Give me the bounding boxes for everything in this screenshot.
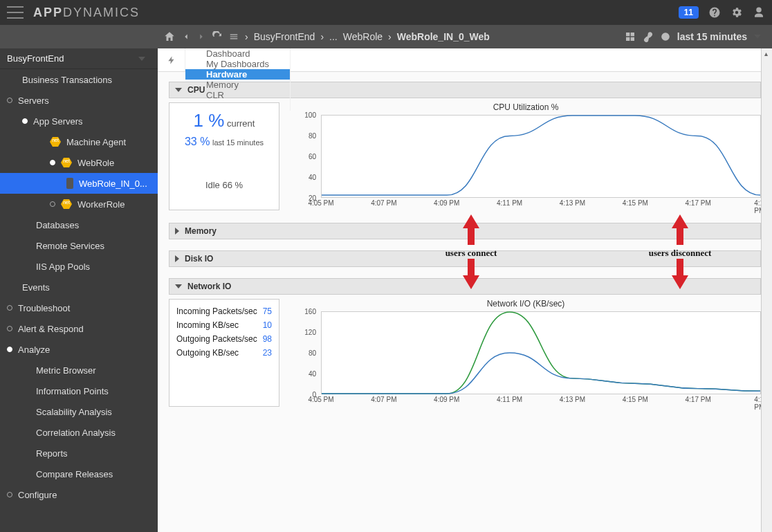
sidebar-item-configure[interactable]: Configure	[0, 484, 158, 505]
list-icon[interactable]	[228, 32, 239, 42]
link-icon[interactable]	[643, 31, 654, 42]
app-selector[interactable]: BusyFrontEnd	[0, 48, 158, 69]
crumb-current: WebRole_IN_0_Web	[397, 31, 490, 42]
tab-dashboard[interactable]: Dashboard	[185, 48, 291, 59]
x-tick: 4:09 PM	[434, 199, 459, 207]
cpu-stat-box: 1 % current 33 % last 15 minutes Idle 66…	[169, 102, 279, 210]
gear-icon[interactable]	[730, 6, 743, 19]
sidebar-item-databases[interactable]: Databases	[0, 214, 158, 235]
crumb-ellipsis[interactable]: ...	[329, 31, 338, 42]
x-tick: 4:07 PM	[371, 396, 396, 403]
sidebar-item-correlation-analysis[interactable]: Correlation Analysis	[0, 422, 158, 443]
sidebar-item-scalability-analysis[interactable]: Scalability Analysis	[0, 401, 158, 422]
sidebar-item-events[interactable]: Events	[0, 277, 158, 297]
brand-light: DYNAMICS	[63, 6, 140, 19]
tab-bar: DashboardMy DashboardsHardwareMemoryCLR>…	[158, 48, 772, 72]
chart-series	[322, 312, 760, 394]
cpu-period-value: 33 %	[185, 136, 210, 147]
x-tick: 4:11 PM	[497, 396, 522, 403]
sidebar-item-app-servers[interactable]: App Servers	[0, 111, 158, 131]
cpu-idle: Idle 66 %	[176, 180, 272, 190]
sidebar-item-troubleshoot[interactable]: Troubleshoot	[0, 297, 158, 318]
sidebar-item-webrole[interactable]: WebRole	[0, 152, 158, 173]
sidebar-item-machine-agent[interactable]: Machine Agent	[0, 131, 158, 152]
bullet-icon	[7, 492, 12, 497]
chevron-down-icon	[138, 57, 145, 61]
bullet-icon	[7, 98, 12, 103]
expand-icon	[175, 255, 179, 262]
crumb-app[interactable]: BusyFrontEnd	[254, 31, 315, 42]
x-tick: 4:05 PM	[308, 396, 333, 403]
y-tick: 60	[309, 153, 316, 160]
sidebar-item-workerrole[interactable]: WorkerRole	[0, 194, 158, 214]
sidebar-item-business-transactions[interactable]: Business Transactions	[0, 69, 158, 90]
notification-badge[interactable]: 11	[679, 6, 699, 19]
user-icon[interactable]	[753, 6, 765, 19]
grid-icon[interactable]	[625, 31, 636, 42]
network-stat-row: Incoming KB/sec10	[176, 320, 272, 330]
sidebar-item-alert-respond[interactable]: Alert & Respond	[0, 318, 158, 339]
sidebar-item-label: WebRole	[77, 158, 114, 168]
home-icon[interactable]	[163, 30, 176, 43]
y-tick: 40	[309, 370, 316, 378]
y-tick: 120	[304, 329, 316, 336]
time-range-picker[interactable]: last 15 minutes	[677, 31, 747, 42]
bolt-icon[interactable]	[158, 48, 185, 71]
sidebar-item-iis-app-pools[interactable]: IIS App Pools	[0, 256, 158, 277]
nav-back-icon[interactable]	[181, 32, 191, 42]
nav-forward-icon[interactable]	[196, 32, 206, 42]
chevron-down-icon[interactable]	[754, 35, 761, 39]
stat-key: Incoming KB/sec	[176, 320, 239, 330]
sidebar-item-remote-services[interactable]: Remote Services	[0, 235, 158, 256]
tab-hardware[interactable]: Hardware	[185, 69, 291, 80]
dotnet-icon	[61, 199, 72, 210]
collapse-icon	[175, 284, 182, 288]
y-tick: 80	[309, 349, 316, 357]
sidebar-item-servers[interactable]: Servers	[0, 90, 158, 111]
sidebar-item-compare-releases[interactable]: Compare Releases	[0, 464, 158, 484]
sidebar-item-label: Events	[22, 282, 50, 293]
chart-title: Network I/O (KB/sec)	[291, 299, 761, 309]
x-tick: 4:15 PM	[623, 396, 648, 403]
sidebar: BusyFrontEnd Business TransactionsServer…	[0, 48, 158, 532]
dotnet-icon	[50, 136, 61, 147]
stat-value: 98	[263, 334, 272, 344]
scrollbar[interactable]: ▴	[761, 48, 772, 532]
sidebar-item-label: Metric Browser	[36, 365, 96, 376]
sidebar-item-webrole-in-0-[interactable]: WebRole_IN_0...	[0, 173, 158, 194]
sidebar-item-label: Compare Releases	[36, 469, 113, 479]
tab-my-dashboards[interactable]: My Dashboards	[185, 59, 291, 69]
bullet-icon	[7, 347, 12, 352]
sidebar-item-reports[interactable]: Reports	[0, 443, 158, 464]
sidebar-item-label: Machine Agent	[66, 137, 126, 147]
y-tick: 100	[304, 111, 316, 119]
x-tick: 4:11 PM	[497, 199, 522, 207]
x-tick: 4:17 PM	[686, 199, 711, 207]
cpu-chart: CPU Utilization % 20406080100 4:05 PM4:0…	[291, 102, 761, 210]
cpu-current-value: 1 %	[194, 110, 225, 131]
sidebar-item-label: Configure	[18, 490, 57, 500]
panel-header-memory[interactable]: Memory	[169, 223, 761, 239]
sidebar-item-information-points[interactable]: Information Points	[0, 380, 158, 401]
bullet-icon	[7, 305, 12, 311]
sidebar-item-label: WebRole_IN_0...	[79, 178, 147, 189]
dotnet-icon	[61, 157, 72, 168]
cpu-period-label: last 15 minutes	[212, 138, 264, 147]
chart-title: CPU Utilization %	[291, 102, 761, 112]
sidebar-item-analyze[interactable]: Analyze	[0, 339, 158, 360]
sidebar-item-label: Alert & Respond	[18, 324, 84, 334]
refresh-icon[interactable]	[212, 31, 223, 42]
stat-value: 75	[263, 306, 272, 316]
crumb-sep: ›	[320, 31, 324, 42]
sidebar-item-label: Remote Services	[36, 241, 104, 251]
sidebar-item-metric-browser[interactable]: Metric Browser	[0, 360, 158, 380]
help-icon[interactable]	[708, 6, 721, 19]
panel-header-disk[interactable]: Disk IO	[169, 250, 761, 267]
bullet-icon	[50, 160, 55, 165]
sidebar-item-label: App Servers	[33, 116, 83, 127]
x-tick: 4:15 PM	[623, 199, 648, 207]
panel-header-network[interactable]: Network IO	[169, 278, 761, 295]
server-icon	[66, 178, 73, 189]
crumb-role[interactable]: WebRole	[343, 31, 383, 42]
hamburger-icon[interactable]	[7, 6, 24, 19]
